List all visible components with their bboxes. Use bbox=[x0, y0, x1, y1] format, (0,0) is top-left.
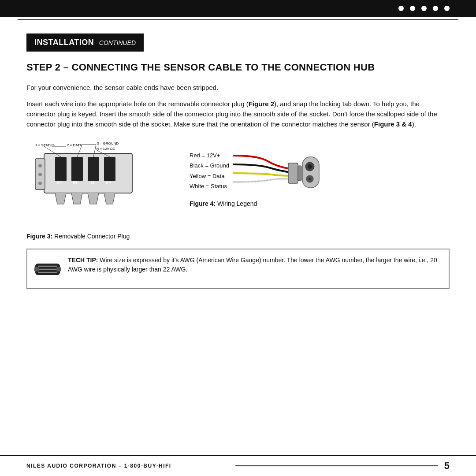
svg-text:1 = STATUS: 1 = STATUS bbox=[35, 143, 55, 147]
svg-point-30 bbox=[309, 178, 311, 180]
svg-text:2 = DATA: 2 = DATA bbox=[67, 143, 82, 147]
svg-rect-8 bbox=[55, 157, 67, 181]
figure2-ref: Figure 2 bbox=[249, 100, 274, 108]
wire-white: White = Status bbox=[190, 181, 229, 191]
tech-tip-icon bbox=[34, 256, 61, 282]
continued-label: CONTINUED bbox=[99, 39, 136, 46]
svg-text:V+: V+ bbox=[105, 180, 112, 185]
svg-point-28 bbox=[308, 164, 312, 169]
step-title: STEP 2 – CONNECTING THE SENSOR CABLE TO … bbox=[26, 61, 450, 74]
wiring-diagram: Red = 12V+ Black = Ground Yellow = Data … bbox=[190, 145, 321, 197]
wire-red: Red = 12V+ bbox=[190, 150, 229, 160]
footer-line bbox=[235, 465, 438, 466]
svg-rect-36 bbox=[56, 267, 61, 271]
svg-text:4 = 12V DC: 4 = 12V DC bbox=[97, 147, 115, 151]
figure4-caption: Figure 4: Wiring Legend bbox=[190, 200, 257, 207]
tech-tip-text: TECH TIP: Wire size is expressed by it's… bbox=[68, 256, 442, 274]
dot-4 bbox=[433, 6, 438, 11]
svg-point-14 bbox=[38, 173, 42, 176]
top-bar bbox=[0, 0, 476, 17]
dot-2 bbox=[410, 6, 415, 11]
svg-text:IR: IR bbox=[73, 180, 78, 185]
svg-point-13 bbox=[38, 164, 42, 167]
connector-diagram: 1 = STATUS 2 = DATA 3 = GROUND 4 = 12V D… bbox=[31, 140, 172, 228]
dot-5 bbox=[444, 6, 450, 11]
footer-page-number: 5 bbox=[444, 460, 450, 472]
footer-company: NILES AUDIO CORPORATION – 1-800-BUY-HIFI bbox=[26, 463, 229, 469]
wire-yellow: Yellow = Data bbox=[190, 171, 229, 181]
figure4-container: Red = 12V+ Black = Ground Yellow = Data … bbox=[190, 140, 450, 207]
figure34-ref: Figure 3 & 4 bbox=[374, 120, 412, 128]
svg-rect-9 bbox=[71, 157, 83, 181]
svg-text:G: G bbox=[90, 180, 94, 185]
svg-text:3 = GROUND: 3 = GROUND bbox=[97, 141, 119, 145]
svg-rect-35 bbox=[34, 267, 39, 271]
installation-header: INSTALLATION CONTINUED bbox=[26, 33, 144, 52]
svg-rect-11 bbox=[104, 157, 115, 181]
svg-rect-10 bbox=[88, 157, 99, 181]
footer: NILES AUDIO CORPORATION – 1-800-BUY-HIFI… bbox=[0, 455, 476, 476]
top-dots bbox=[398, 6, 450, 11]
svg-rect-24 bbox=[288, 163, 298, 183]
dot-1 bbox=[398, 6, 404, 11]
installation-label: INSTALLATION bbox=[34, 38, 94, 47]
wire-legend: Red = 12V+ Black = Ground Yellow = Data … bbox=[190, 150, 229, 192]
svg-point-15 bbox=[38, 182, 42, 185]
paragraph-1: For your convenience, the sensor cable e… bbox=[26, 82, 450, 93]
wires-svg bbox=[233, 145, 321, 197]
svg-rect-25 bbox=[298, 166, 301, 181]
svg-rect-26 bbox=[302, 157, 319, 188]
main-content: INSTALLATION CONTINUED STEP 2 – CONNECTI… bbox=[0, 20, 476, 298]
figures-row: 1 = STATUS 2 = DATA 3 = GROUND 4 = 12V D… bbox=[26, 140, 450, 240]
figure3-container: 1 = STATUS 2 = DATA 3 = GROUND 4 = 12V D… bbox=[26, 140, 176, 240]
figure3-caption: Figure 3: Removable Connector Plug bbox=[26, 233, 176, 240]
tech-tip-box: TECH TIP: Wire size is expressed by it's… bbox=[26, 249, 450, 289]
dot-3 bbox=[421, 6, 427, 11]
paragraph-2: Insert each wire into the appropriate ho… bbox=[26, 99, 450, 130]
wire-black: Black = Ground bbox=[190, 160, 229, 171]
svg-text:ST: ST bbox=[56, 180, 63, 185]
